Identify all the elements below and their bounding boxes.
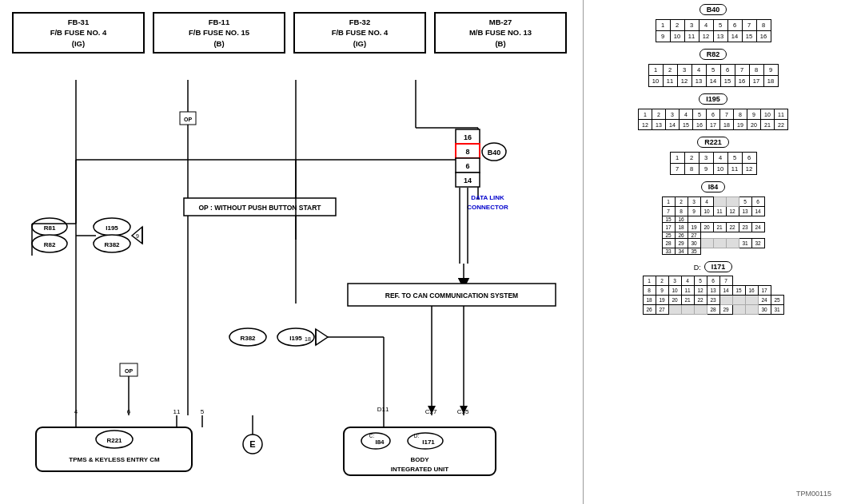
connector-r221: R221 1 2 3 4 5 6 7 8 9 10 11 12 <box>593 137 833 175</box>
wiring-svg: OP 16 8 6 14 B40 DATA LINK CONNECTOR <box>0 0 584 504</box>
svg-text:TPMS & KEYLESS ENTRY CM: TPMS & KEYLESS ENTRY CM <box>69 456 160 463</box>
svg-text:I84: I84 <box>375 439 385 446</box>
svg-text:R81: R81 <box>44 224 56 232</box>
svg-text:C27: C27 <box>425 408 437 415</box>
i195-title: I195 <box>699 93 727 105</box>
svg-marker-55 <box>316 329 328 345</box>
svg-text:C35: C35 <box>457 408 469 415</box>
svg-text:14: 14 <box>464 177 472 185</box>
svg-text:16: 16 <box>464 133 472 141</box>
svg-text:DATA LINK: DATA LINK <box>471 194 504 201</box>
svg-text:8: 8 <box>465 148 469 156</box>
r82-title: R82 <box>700 49 727 60</box>
i171-title: I171 <box>704 261 733 272</box>
svg-text:4: 4 <box>74 408 78 415</box>
connector-i195: I195 1 2 3 4 5 6 7 8 9 10 11 12 <box>593 93 833 130</box>
svg-text:R221: R221 <box>106 437 122 444</box>
svg-text:REF. TO CAN COMMUNICATION SYST: REF. TO CAN COMMUNICATION SYSTEM <box>385 292 518 300</box>
filename: TPM00115 <box>796 490 831 498</box>
svg-text:R82: R82 <box>44 241 56 248</box>
r221-title: R221 <box>697 137 729 148</box>
svg-text:BODY: BODY <box>410 456 429 463</box>
svg-text:C:: C: <box>369 433 375 439</box>
svg-text:INTEGRATED UNIT: INTEGRATED UNIT <box>391 466 448 473</box>
connector-b40: B40 1 2 3 4 5 6 7 8 9 10 11 12 <box>593 4 833 42</box>
svg-text:D11: D11 <box>377 406 389 413</box>
svg-text:E: E <box>249 439 255 449</box>
svg-text:B40: B40 <box>488 149 501 157</box>
connector-i171: D: I171 1 2 3 4 5 6 7 8 9 10 11 <box>593 261 833 315</box>
i84-title: I84 <box>701 181 726 192</box>
svg-text:I195: I195 <box>106 224 118 232</box>
i171-d-label: D: <box>694 264 701 272</box>
svg-text:OP: OP <box>184 117 192 122</box>
svg-text:I171: I171 <box>422 439 435 446</box>
svg-text:18: 18 <box>305 336 311 342</box>
svg-text:6: 6 <box>465 162 469 170</box>
svg-text:OP : WITHOUT PUSH BUTTON START: OP : WITHOUT PUSH BUTTON START <box>199 204 322 212</box>
connector-r82: R82 1 2 3 4 5 6 7 8 9 10 11 12 <box>593 49 833 87</box>
wiring-diagram: FB-31 F/B FUSE NO. 4 (IG) FB-11 F/B FUSE… <box>0 0 584 504</box>
svg-text:R382: R382 <box>104 241 120 248</box>
connector-i84: I84 1 2 3 4 5 6 7 8 9 10 11 <box>593 181 833 255</box>
connector-panel: B40 1 2 3 4 5 6 7 8 9 10 11 12 <box>585 0 841 504</box>
svg-text:9: 9 <box>136 233 139 239</box>
svg-text:6: 6 <box>127 408 131 415</box>
svg-text:R382: R382 <box>240 335 256 342</box>
b40-title: B40 <box>700 4 727 15</box>
svg-text:I195: I195 <box>289 335 302 342</box>
svg-text:11: 11 <box>173 408 181 415</box>
svg-text:CONNECTOR: CONNECTOR <box>467 204 508 211</box>
svg-text:D:: D: <box>414 433 420 439</box>
svg-text:5: 5 <box>201 408 205 415</box>
svg-text:OP: OP <box>125 368 133 374</box>
